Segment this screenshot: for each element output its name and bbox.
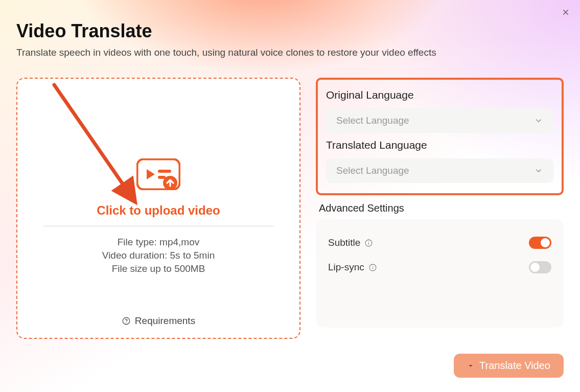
header: Video Translate Translate speech in vide… [0, 0, 580, 63]
advanced-settings-panel: Subtitle Lip-sync [316, 219, 564, 328]
subtitle-label: Subtitle [328, 237, 360, 248]
upload-video-icon [136, 158, 180, 190]
chevron-down-icon [467, 362, 474, 370]
upload-size: File size up to 500MB [112, 263, 205, 274]
close-button[interactable] [559, 5, 573, 19]
lipsync-row: Lip-sync [328, 255, 551, 280]
language-section-highlight: Original Language Select Language Transl… [316, 78, 564, 195]
translated-language-select[interactable]: Select Language [326, 158, 553, 183]
original-language-placeholder: Select Language [336, 115, 409, 126]
svg-rect-3 [158, 176, 166, 179]
lipsync-label: Lip-sync [328, 262, 364, 273]
svg-rect-2 [158, 170, 171, 173]
subtitle-row: Subtitle [328, 230, 551, 255]
svg-point-12 [373, 266, 373, 266]
upload-dropzone[interactable]: Click to upload video File type: mp4,mov… [16, 78, 300, 339]
divider [43, 226, 273, 226]
chevron-down-icon [534, 166, 543, 175]
info-circle-icon [364, 239, 373, 247]
footer: Translate Video [454, 354, 564, 378]
requirements-link[interactable]: Requirements [122, 315, 195, 327]
upload-file-type: File type: mp4,mov [118, 237, 200, 248]
original-language-select[interactable]: Select Language [326, 108, 553, 133]
requirements-label: Requirements [135, 315, 195, 327]
svg-point-9 [368, 241, 369, 242]
translated-language-label: Translated Language [326, 139, 553, 151]
advanced-settings-label: Advanced Settings [319, 202, 564, 214]
translate-video-button[interactable]: Translate Video [454, 354, 564, 378]
content: Click to upload video File type: mp4,mov… [0, 63, 580, 339]
upload-cta-text: Click to upload video [97, 203, 220, 218]
lipsync-toggle[interactable] [529, 261, 551, 273]
translate-button-label: Translate Video [479, 360, 550, 372]
upload-center: Click to upload video File type: mp4,mov… [29, 93, 288, 328]
settings-column: Original Language Select Language Transl… [316, 78, 564, 339]
svg-point-6 [126, 322, 126, 323]
close-icon [562, 8, 570, 16]
translated-language-placeholder: Select Language [336, 165, 409, 176]
help-circle-icon [122, 316, 131, 326]
chevron-down-icon [534, 116, 543, 125]
page-subtitle: Translate speech in videos with one touc… [16, 47, 564, 58]
original-language-label: Original Language [326, 89, 553, 101]
subtitle-toggle[interactable] [529, 237, 551, 249]
info-circle-icon [368, 263, 377, 272]
upload-duration: Video duration: 5s to 5min [102, 250, 215, 261]
page-title: Video Translate [16, 20, 564, 42]
